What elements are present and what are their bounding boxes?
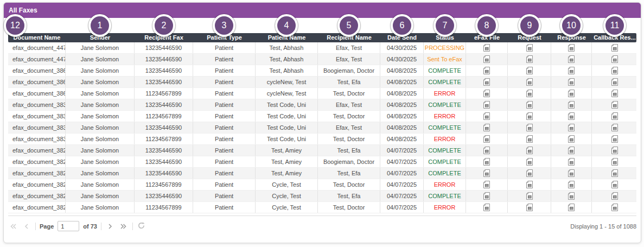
request-cell[interactable] [508,54,551,65]
file-icon[interactable] [568,135,575,143]
response-cell[interactable] [551,191,592,201]
file-icon[interactable] [611,101,618,109]
request-cell[interactable] [508,156,551,167]
file-icon[interactable] [611,44,618,52]
request-cell[interactable] [508,179,551,190]
file-icon[interactable] [526,67,533,74]
file-icon[interactable] [526,78,533,86]
response-cell[interactable] [551,202,592,213]
response-cell[interactable] [551,54,592,65]
request-cell[interactable] [508,122,551,133]
next-page-button[interactable] [105,221,115,231]
callback-response-cell[interactable] [592,179,637,190]
table-row[interactable]: efax_document_3869... Jane Solomon 13235… [8,65,636,77]
callback-response-cell[interactable] [592,191,637,201]
file-icon[interactable] [611,192,618,200]
callback-response-cell[interactable] [592,77,637,87]
file-icon[interactable] [568,112,575,120]
file-icon[interactable] [611,55,618,63]
request-cell[interactable] [508,42,551,53]
file-icon[interactable] [483,181,490,188]
file-icon[interactable] [526,55,533,63]
file-icon[interactable] [483,158,490,166]
table-row[interactable]: efax_document_3824... Jane Solomon 11234… [8,179,636,191]
file-icon[interactable] [611,204,618,211]
response-cell[interactable] [551,168,592,179]
efax-file-cell[interactable] [466,191,508,201]
file-icon[interactable] [611,67,618,74]
file-icon[interactable] [568,90,575,97]
file-icon[interactable] [526,44,533,52]
file-icon[interactable] [526,158,533,166]
file-icon[interactable] [568,192,575,200]
response-cell[interactable] [551,122,592,133]
prev-page-button[interactable] [22,221,31,231]
efax-file-cell[interactable] [466,122,508,133]
callback-response-cell[interactable] [592,134,637,144]
table-row[interactable]: efax_document_3832... Jane Solomon 13235… [8,99,636,111]
callback-response-cell[interactable] [592,122,637,133]
file-icon[interactable] [483,112,490,120]
file-icon[interactable] [611,112,618,120]
efax-file-cell[interactable] [466,42,508,53]
file-icon[interactable] [526,192,533,200]
response-cell[interactable] [551,77,592,87]
callback-response-cell[interactable] [592,42,637,53]
last-page-button[interactable] [119,221,129,231]
callback-response-cell[interactable] [592,145,637,156]
efax-file-cell[interactable] [466,54,508,65]
file-icon[interactable] [483,78,490,86]
table-row[interactable]: efax_document_3829... Jane Solomon 13235… [8,145,636,156]
file-icon[interactable] [526,147,533,154]
callback-response-cell[interactable] [592,54,637,65]
file-icon[interactable] [483,101,490,109]
response-cell[interactable] [551,179,592,190]
file-icon[interactable] [526,169,533,177]
efax-file-cell[interactable] [466,179,508,190]
file-icon[interactable] [483,55,490,63]
efax-file-cell[interactable] [466,145,508,156]
response-cell[interactable] [551,99,592,110]
callback-response-cell[interactable] [592,168,637,179]
table-row[interactable]: efax_document_3832... Jane Solomon 11234… [8,111,636,122]
efax-file-cell[interactable] [466,168,508,179]
efax-file-cell[interactable] [466,134,508,144]
efax-file-cell[interactable] [466,99,508,110]
file-icon[interactable] [526,90,533,97]
refresh-button[interactable] [137,221,146,231]
file-icon[interactable] [611,78,618,86]
efax-file-cell[interactable] [466,111,508,122]
file-icon[interactable] [483,147,490,154]
file-icon[interactable] [526,101,533,109]
request-cell[interactable] [508,145,551,156]
file-icon[interactable] [483,90,490,97]
request-cell[interactable] [508,99,551,110]
file-icon[interactable] [611,135,618,143]
efax-file-cell[interactable] [466,65,508,76]
file-icon[interactable] [568,181,575,188]
callback-response-cell[interactable] [592,65,637,76]
callback-response-cell[interactable] [592,99,637,110]
file-icon[interactable] [483,124,490,131]
table-row[interactable]: efax_document_3861... Jane Solomon 13235… [8,77,636,88]
file-icon[interactable] [568,204,575,211]
request-cell[interactable] [508,191,551,201]
request-cell[interactable] [508,77,551,87]
efax-file-cell[interactable] [466,77,508,87]
request-cell[interactable] [508,111,551,122]
response-cell[interactable] [551,145,592,156]
page-input[interactable] [58,221,79,231]
table-row[interactable]: efax_document_3861... Jane Solomon 11234… [8,88,636,99]
file-icon[interactable] [568,147,575,154]
file-icon[interactable] [568,169,575,177]
response-cell[interactable] [551,111,592,122]
file-icon[interactable] [611,158,618,166]
callback-response-cell[interactable] [592,111,637,122]
file-icon[interactable] [611,147,618,154]
response-cell[interactable] [551,65,592,76]
file-icon[interactable] [526,135,533,143]
file-icon[interactable] [568,55,575,63]
efax-file-cell[interactable] [466,156,508,167]
file-icon[interactable] [568,124,575,131]
response-cell[interactable] [551,134,592,144]
